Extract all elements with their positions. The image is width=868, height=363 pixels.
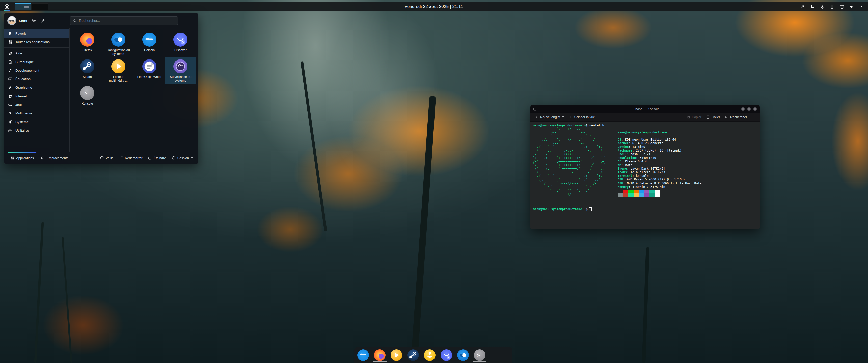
redémarrer-button[interactable]: Redémarrer (116, 152, 145, 164)
user-name: Manu (19, 19, 29, 23)
neofetch-ascii-logo: `..---+/---..` `---.`` `` `.---.` .--.` … (533, 127, 606, 196)
neofetch-field: Theme: Layan-Dark [GTK2/3] (618, 167, 702, 170)
neofetch-field: Memory: 4130MiB / 31751MiB (618, 185, 702, 189)
display-icon[interactable] (838, 4, 846, 9)
steam-icon (407, 350, 419, 361)
toolbar-button[interactable]: Coller (704, 113, 722, 121)
bluetooth-icon[interactable] (818, 4, 826, 9)
app-item[interactable]: Firefox (72, 31, 103, 57)
search-input[interactable] (79, 19, 175, 23)
toolbar-button[interactable]: Nouvel onglet (532, 113, 566, 121)
gamepad-icon (8, 102, 12, 107)
konsole-window: ~ : bash — Konsole Nouvel ongletScinder … (530, 105, 760, 229)
app-item[interactable]: Dolphin (134, 31, 165, 57)
maximize-button[interactable] (747, 107, 751, 111)
toolbar-left: Nouvel ongletScinder la vue (532, 113, 597, 121)
app-item-label: Discover (174, 48, 187, 52)
sidebar-item-all-applications[interactable]: Toutes les applications (4, 38, 69, 46)
close-button[interactable] (753, 107, 757, 111)
sidebar-item-favorites[interactable]: Favoris (4, 29, 69, 38)
media-app-icon (111, 59, 125, 73)
dock-item-steam[interactable] (407, 349, 419, 362)
konsole-window-icon (533, 107, 537, 111)
dock-item-system-settings[interactable] (457, 349, 469, 362)
sidebar-category[interactable]: Système (4, 118, 69, 126)
app-item[interactable]: >_Konsole (72, 84, 103, 111)
app-item[interactable]: Configuration du système (103, 31, 134, 57)
pin-button[interactable] (39, 17, 47, 25)
dock-item-discover[interactable] (440, 349, 452, 362)
terminal-command: neofetch (589, 124, 604, 127)
sidebar-category[interactable]: Éducation (4, 75, 69, 83)
sidebar-item-label: Éducation (16, 77, 31, 81)
session-button[interactable]: Session (169, 152, 195, 164)
digital-clock[interactable]: vendredi 22 août 2025 | 21:11 (405, 4, 463, 9)
dock-item-media-player[interactable] (391, 349, 402, 362)
expand-tray-icon[interactable] (858, 4, 866, 9)
caret-down-icon (191, 157, 193, 159)
dolphin-app-icon (142, 33, 156, 46)
grid-icon (10, 156, 14, 160)
favorites-grid: FirefoxConfiguration du systèmeDolphinDi… (70, 28, 198, 152)
app-item[interactable]: Lecteur multimédia ... (103, 57, 134, 84)
sidebar-category[interactable]: Bureautique (4, 58, 69, 66)
footer-tab[interactable]: Emplacements (37, 152, 72, 164)
kdeconnect-phone-icon[interactable] (828, 4, 836, 9)
sidebar-category[interactable]: Multimédia (4, 109, 69, 118)
sidebar-category[interactable]: Aide (4, 49, 69, 58)
document-icon (8, 60, 12, 64)
app-item[interactable]: Surveillance du système (165, 57, 196, 84)
session-icon (172, 156, 176, 160)
neofetch-field: Icons: Tela-circle [GTK2/3] (618, 170, 702, 174)
neofetch-field: CPU: AMD Ryzen 5 7600 (12) @ 5.171GHz (618, 178, 702, 181)
terminal-view[interactable]: manu@manu-systemproductname:~$ neofetch … (530, 122, 760, 229)
sidebar-category[interactable]: Utilitaires (4, 126, 69, 135)
neofetch-field: Terminal: konsole (618, 174, 702, 178)
toolbar-button[interactable]: Rechercher (722, 113, 749, 121)
neofetch-color-palette (618, 190, 660, 197)
app-item[interactable]: Steam (72, 57, 103, 84)
toolbar-button[interactable] (749, 113, 758, 121)
toolbar-button[interactable]: Scinder la vue (566, 113, 597, 121)
titlebar[interactable]: ~ : bash — Konsole (530, 105, 760, 113)
footer-tab[interactable]: Applications (7, 152, 37, 164)
minimize-button[interactable] (741, 107, 745, 111)
virtual-desktop-2[interactable] (32, 3, 48, 10)
dock-item-konsole[interactable]: >_ (474, 349, 486, 362)
footer-tabs: ApplicationsEmplacements (7, 152, 72, 164)
sidebar-category[interactable]: Internet (4, 92, 69, 100)
neofetch-field: OS: KDE neon User Edition x86_64 (618, 138, 702, 141)
dock-item-lutris[interactable] (424, 349, 435, 362)
veille-button[interactable]: Veille (97, 152, 116, 164)
night-light-icon[interactable] (808, 4, 816, 9)
steam-tray-icon[interactable] (798, 4, 806, 9)
virtual-desktop-1[interactable] (15, 3, 31, 10)
configure-button[interactable] (30, 17, 38, 25)
launcher-sidebar: FavorisToutes les applicationsAideBureau… (4, 28, 70, 152)
sidebar-item-label: Utilitaires (16, 129, 30, 132)
éteindre-button[interactable]: Éteindre (145, 152, 168, 164)
sidebar-category[interactable]: Jeux (4, 100, 69, 109)
dock: >_ (354, 348, 512, 363)
action-label: Redémarrer (125, 156, 142, 160)
neofetch-info: manu@manu-systemproductname-------------… (618, 131, 702, 189)
app-item-label: Steam (83, 75, 92, 79)
copy-icon (686, 115, 690, 119)
toolbar-right: CopierCollerRechercher (684, 113, 758, 121)
user-avatar[interactable] (7, 16, 17, 25)
sysmon-app-icon (173, 59, 187, 73)
gear-icon (8, 120, 12, 124)
app-launcher-button[interactable] (2, 2, 11, 11)
neofetch-field: Packages: 2767 (dpkg), 10 (flatpak) (618, 149, 702, 152)
dock-item-firefox[interactable] (374, 349, 385, 362)
dock-item-dolphin[interactable] (357, 349, 369, 362)
sidebar-item-label: Toutes les applications (16, 40, 50, 44)
app-item[interactable]: LibreOffice Writer (134, 57, 165, 84)
volume-icon[interactable] (847, 4, 856, 9)
system-tray (798, 2, 866, 11)
toolbar-button[interactable]: Copier (684, 113, 704, 121)
sidebar-category[interactable]: Développement (4, 66, 69, 75)
app-item[interactable]: Discover (165, 31, 196, 57)
search-bar[interactable] (70, 16, 178, 25)
sidebar-category[interactable]: Graphisme (4, 83, 69, 92)
